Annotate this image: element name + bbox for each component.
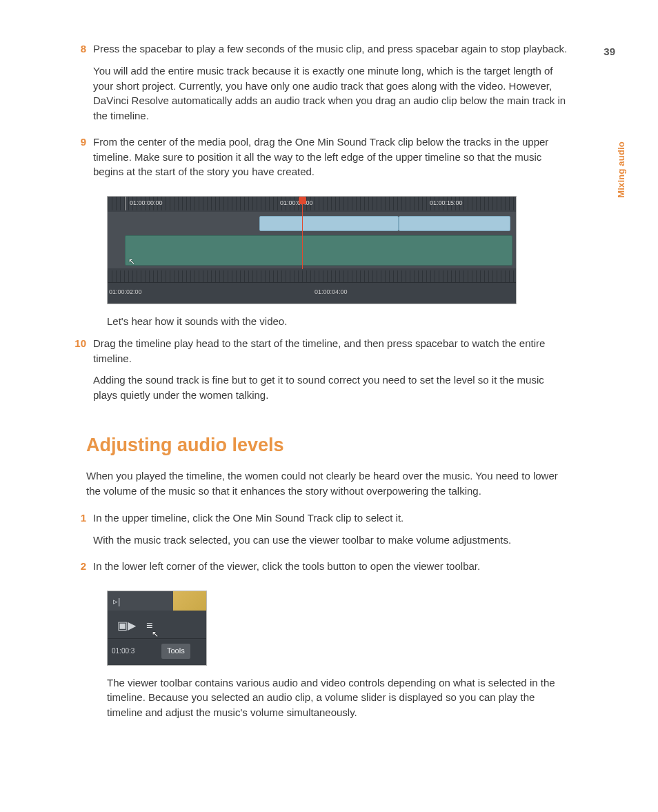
video-clip [259, 216, 399, 231]
viewer-tools-screenshot: ▹| ▣▶ ≡ ↖ 01:00:3 Tools [107, 591, 207, 666]
body-text: The viewer toolbar contains various audi… [107, 675, 569, 720]
body-text: Let's hear how it sounds with the video. [107, 314, 569, 329]
step-number: 1 [67, 511, 93, 555]
step-text: In the lower left corner of the viewer, … [93, 559, 569, 574]
section-lead: When you played the timeline, the women … [86, 468, 569, 499]
step-10: 10 Drag the timeline play head to the st… [86, 336, 569, 410]
tooltip-label: Tools [161, 644, 190, 659]
step-number: 8 [67, 41, 93, 130]
step-text: In the upper timeline, click the One Min… [93, 511, 569, 526]
page-number: 39 [604, 44, 615, 59]
step-text: From the center of the media pool, drag … [93, 135, 569, 179]
audio-clip [125, 235, 512, 266]
page-content: 8 Press the spacebar to play a few secon… [86, 41, 569, 727]
step-number: 9 [67, 135, 93, 186]
timecode-label: 01:00:02:00 [109, 288, 142, 297]
cursor-icon: ↖ [152, 628, 159, 640]
section-side-label: Mixing audio [615, 141, 628, 198]
step-text: With the music track selected, you can u… [93, 533, 569, 548]
step-2: 2 In the lower left corner of the viewer… [86, 559, 569, 581]
step-text: You will add the entire music track beca… [93, 63, 569, 123]
timeline-screenshot: 01:00:00:00 01:00:07:00 01:00:15:00 ↖ 01… [107, 196, 517, 304]
step-number: 2 [67, 559, 93, 581]
timeline-zoom-bar [108, 282, 516, 304]
timecode-label: 01:00:07:00 [280, 199, 313, 208]
step-9: 9 From the center of the media pool, dra… [86, 135, 569, 186]
play-range-icon: ▣▶ [117, 617, 136, 633]
step-number: 10 [67, 336, 93, 410]
step-text: Adding the sound track is fine but to ge… [93, 373, 569, 403]
step-text: Drag the timeline play head to the start… [93, 336, 569, 366]
timecode-label: 01:00:15:00 [430, 199, 463, 208]
viewer-thumbnail [173, 591, 206, 611]
timeline-ruler-bottom [108, 270, 516, 283]
timecode-label: 01:00:3 [112, 646, 134, 657]
cursor-icon: ↖ [128, 256, 135, 268]
skip-end-icon: ▹| [113, 595, 120, 608]
step-8: 8 Press the spacebar to play a few secon… [86, 41, 569, 130]
timecode-label: 01:00:04:00 [315, 288, 348, 297]
step-text: Press the spacebar to play a few seconds… [93, 41, 569, 57]
playhead-icon [302, 197, 303, 269]
section-heading: Adjusting audio levels [86, 432, 569, 459]
step-1: 1 In the upper timeline, click the One M… [86, 511, 569, 555]
video-clip [399, 216, 510, 231]
timecode-label: 01:00:00:00 [130, 199, 163, 208]
